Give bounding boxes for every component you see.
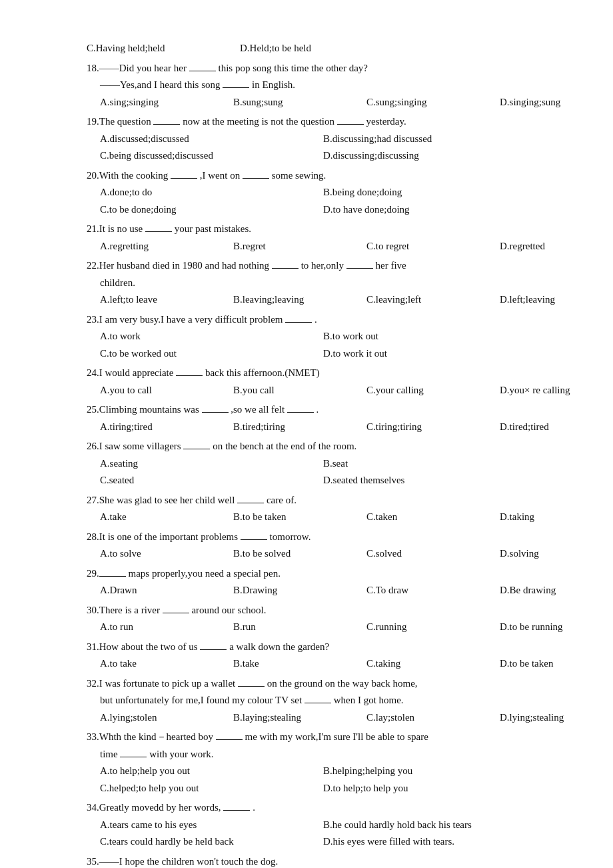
question-18: 18.——Did you hear her this pop song this…	[87, 60, 546, 111]
option-33c: C.helped;to help you out	[100, 780, 323, 797]
option-33d: D.to help;to help you	[323, 780, 546, 797]
option-22d: D.left;leaving	[500, 291, 613, 309]
option-21a: A.regretting	[100, 238, 233, 255]
option-19d: D.discussing;discussing	[323, 147, 546, 165]
option-24c: C.your calling	[366, 382, 500, 399]
option-26b: B.seat	[323, 455, 546, 473]
option-31b: B.take	[233, 655, 366, 673]
options-30: A.to run B.run C.running D.to be running	[100, 619, 546, 636]
option-18b: B.sung;sung	[233, 94, 366, 111]
options-33: A.to help;help you out B.helping;helping…	[100, 763, 546, 797]
options-28: A.to solve B.to be solved C.solved D.sol…	[100, 545, 546, 563]
option-20d: D.to have done;doing	[323, 201, 546, 219]
option-22c: C.leaving;left	[366, 291, 500, 309]
option-19b: B.discussing;had discussed	[323, 131, 546, 148]
options-31: A.to take B.take C.taking D.to be taken	[100, 655, 546, 673]
option-32c: C.lay;stolen	[366, 709, 500, 727]
option-20c: C.to be done;doing	[100, 201, 323, 219]
option-27b: B.to be taken	[233, 509, 366, 526]
option-30b: B.run	[233, 619, 366, 636]
question-25: 25.Climbing mountains was ,so we all fel…	[87, 401, 546, 435]
options-23: A.to work B.to work out C.to be worked o…	[100, 328, 546, 362]
option-26d: D.seated themselves	[323, 472, 546, 489]
option-24a: A.you to call	[100, 382, 233, 399]
question-31: 31.How about the two of us a walk down t…	[87, 639, 546, 673]
option-18a: A.sing;singing	[100, 94, 233, 111]
options-34: A.tears came to his eyes B.he could hard…	[100, 817, 546, 851]
option-25b: B.tired;tiring	[233, 419, 366, 436]
question-27: 27.She was glad to see her child well ca…	[87, 492, 546, 526]
option-21b: B.regret	[233, 238, 366, 255]
options-29: A.Drawn B.Drawing C.To draw D.Be drawing	[100, 582, 546, 599]
option-33a: A.to help;help you out	[100, 763, 323, 780]
option-30c: C.running	[366, 619, 500, 636]
option-22a: A.left;to leave	[100, 291, 233, 309]
option-34a: A.tears came to his eyes	[100, 817, 323, 834]
option-20a: A.done;to do	[100, 184, 323, 201]
question-35: 35.——I hope the children won't touch the…	[87, 853, 546, 869]
options-32: A.lying;stolen B.laying;stealing C.lay;s…	[100, 709, 546, 727]
option-24d: D.you× re calling	[500, 382, 613, 399]
option-23c: C.to be worked out	[100, 345, 323, 363]
option-25c: C.tiring;tiring	[366, 419, 500, 436]
option-34d: D.his eyes were filled with tears.	[323, 833, 546, 851]
header-line: C.Having held;held D.Held;to be held	[87, 40, 546, 57]
question-20: 20.With the cooking ,I went on some sewi…	[87, 167, 546, 219]
options-19: A.discussed;discussed B.discussing;had d…	[100, 131, 546, 165]
option-21d: D.regretted	[500, 238, 613, 255]
option-23d: D.to work it out	[323, 345, 546, 363]
question-32: 32.I was fortunate to pick up a wallet o…	[87, 675, 546, 727]
option-19a: A.discussed;discussed	[100, 131, 323, 148]
option-27c: C.taken	[366, 509, 500, 526]
option-23b: B.to work out	[323, 328, 546, 345]
question-19: 19.The question now at the meeting is no…	[87, 113, 546, 165]
option-32b: B.laying;stealing	[233, 709, 366, 727]
question-30: 30.There is a river around our school. A…	[87, 602, 546, 636]
question-23: 23.I am very busy.I have a very difficul…	[87, 311, 546, 363]
option-32d: D.lying;stealing	[500, 709, 613, 727]
options-20: A.done;to do B.being done;doing C.to be …	[100, 184, 546, 218]
option-28d: D.solving	[500, 545, 613, 563]
options-24: A.you to call B.you call C.your calling …	[100, 382, 546, 399]
header-text: C.Having held;held D.Held;to be held	[87, 40, 546, 57]
option-22b: B.leaving;leaving	[233, 291, 366, 309]
option-23a: A.to work	[100, 328, 323, 345]
question-29: 29. maps properly,you need a special pen…	[87, 565, 546, 599]
option-28b: B.to be solved	[233, 545, 366, 563]
options-22: A.left;to leave B.leaving;leaving C.leav…	[100, 291, 546, 309]
question-28: 28.It is one of the important problems t…	[87, 529, 546, 563]
option-34b: B.he could hardly hold back his tears	[323, 817, 546, 834]
option-31d: D.to be taken	[500, 655, 613, 673]
option-34c: C.tears could hardly be held back	[100, 833, 323, 851]
question-22: 22.Her husband died in 1980 and had noth…	[87, 257, 546, 309]
option-19c: C.being discussed;discussed	[100, 147, 323, 165]
option-29b: B.Drawing	[233, 582, 366, 599]
option-24b: B.you call	[233, 382, 366, 399]
options-26: A.seating B.seat C.seated D.seated thems…	[100, 455, 546, 489]
options-21: A.regretting B.regret C.to regret D.regr…	[100, 238, 546, 255]
option-27a: A.take	[100, 509, 233, 526]
option-29d: D.Be drawing	[500, 582, 613, 599]
option-25d: D.tired;tired	[500, 419, 613, 436]
option-26c: C.seated	[100, 472, 323, 489]
options-27: A.take B.to be taken C.taken D.taking	[100, 509, 546, 526]
question-34: 34.Greatly movedd by her words, . A.tear…	[87, 799, 546, 851]
option-27d: D.taking	[500, 509, 613, 526]
option-29a: A.Drawn	[100, 582, 233, 599]
option-26a: A.seating	[100, 455, 323, 473]
option-31c: C.taking	[366, 655, 500, 673]
option-21c: C.to regret	[366, 238, 500, 255]
option-31a: A.to take	[100, 655, 233, 673]
option-30a: A.to run	[100, 619, 233, 636]
question-24: 24.I would appreciate back this affernoo…	[87, 365, 546, 399]
option-28c: C.solved	[366, 545, 500, 563]
option-28a: A.to solve	[100, 545, 233, 563]
worksheet-content: C.Having held;held D.Held;to be held 18.…	[87, 40, 546, 868]
option-32a: A.lying;stolen	[100, 709, 233, 727]
option-18d: D.singing;sung	[500, 94, 613, 111]
question-26: 26.I saw some villagers on the bench at …	[87, 438, 546, 489]
options-25: A.tiring;tired B.tired;tiring C.tiring;t…	[100, 419, 546, 436]
options-18: A.sing;singing B.sung;sung C.sung;singin…	[100, 94, 546, 111]
option-20b: B.being done;doing	[323, 184, 546, 201]
option-33b: B.helping;helping you	[323, 763, 546, 780]
